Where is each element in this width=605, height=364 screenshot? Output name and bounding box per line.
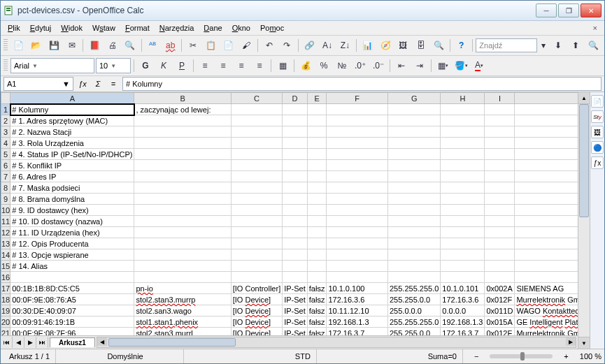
formula-input[interactable]: # Kolumny	[122, 77, 602, 91]
cell[interactable]: [IO Device]	[231, 305, 282, 316]
cell[interactable]: 10.1.0.100	[327, 283, 388, 294]
cell[interactable]: 192.168.1.3	[441, 316, 485, 328]
cell[interactable]	[485, 149, 515, 160]
cell[interactable]: 00:1B:1B:8D:C5:C5	[10, 283, 134, 294]
cell[interactable]	[134, 182, 231, 194]
add-decimal-button[interactable]: .0⁺	[352, 57, 369, 74]
cell[interactable]: pn-io	[134, 283, 231, 294]
cell[interactable]	[327, 149, 388, 160]
undo-button[interactable]: ↶	[261, 37, 277, 54]
cell[interactable]	[307, 261, 327, 272]
cell[interactable]	[231, 272, 282, 283]
cell[interactable]: 192.168.1.3	[327, 316, 388, 328]
cell[interactable]: [IO Device]	[231, 328, 282, 336]
close-button[interactable]: ✕	[581, 3, 602, 17]
cell[interactable]: [IO Device]	[231, 316, 282, 328]
cell[interactable]	[515, 182, 578, 194]
menu-edytuj[interactable]: Edytuj	[26, 22, 56, 34]
cell[interactable]	[515, 249, 578, 261]
cell[interactable]	[515, 261, 578, 272]
cell[interactable]	[327, 138, 388, 149]
cell[interactable]	[283, 227, 308, 238]
cell[interactable]	[327, 104, 388, 115]
find-all-button[interactable]: 🔍	[585, 37, 602, 54]
cell[interactable]	[485, 261, 515, 272]
align-center-button[interactable]: ≡	[215, 57, 232, 74]
row-header[interactable]: 14	[1, 249, 10, 261]
row-header[interactable]: 16	[1, 272, 10, 283]
cell[interactable]	[231, 104, 282, 115]
cell[interactable]	[307, 138, 327, 149]
cell[interactable]	[231, 238, 282, 249]
cell[interactable]	[231, 126, 282, 138]
cell[interactable]	[134, 138, 231, 149]
cell[interactable]	[441, 194, 485, 205]
cell[interactable]	[485, 138, 515, 149]
cell[interactable]: IP-Set	[283, 305, 308, 316]
cell[interactable]	[231, 182, 282, 194]
decrease-indent-button[interactable]: ⇤	[393, 57, 410, 74]
column-header-H[interactable]: H	[441, 93, 485, 104]
sidebar-functions-icon[interactable]: ƒx	[591, 156, 604, 169]
cell[interactable]: # 9. ID dostawcy (hex)	[10, 205, 134, 216]
zoom-out-button[interactable]: −	[474, 352, 478, 361]
cell[interactable]	[134, 205, 231, 216]
row-header[interactable]: 19	[1, 305, 10, 316]
column-header-C[interactable]: C	[231, 93, 282, 104]
cell[interactable]	[327, 249, 388, 261]
cell[interactable]: 172.16.3.7	[327, 328, 388, 336]
cell[interactable]	[485, 227, 515, 238]
cell[interactable]	[307, 149, 327, 160]
cell[interactable]: fałsz	[307, 328, 327, 336]
cell[interactable]	[441, 138, 485, 149]
row-header[interactable]: 1	[1, 104, 10, 115]
cell[interactable]: # 6. Adres IP	[10, 171, 134, 182]
cut-button[interactable]: ✂	[185, 37, 201, 54]
cell[interactable]	[307, 126, 327, 138]
cell[interactable]	[231, 205, 282, 216]
cell[interactable]: 10.11.12.10	[327, 305, 388, 316]
cell[interactable]	[231, 261, 282, 272]
cell[interactable]	[283, 171, 308, 182]
row-header[interactable]: 2	[1, 115, 10, 126]
cell[interactable]	[485, 238, 515, 249]
status-mode[interactable]: STD	[290, 349, 317, 363]
cell[interactable]	[327, 227, 388, 238]
column-header-D[interactable]: D	[283, 93, 308, 104]
cell[interactable]	[283, 272, 308, 283]
cell[interactable]	[515, 272, 578, 283]
row-header[interactable]: 13	[1, 238, 10, 249]
cell[interactable]	[134, 160, 231, 171]
menu-dane[interactable]: Dane	[199, 22, 226, 34]
cell[interactable]: 255.255.255.0	[388, 316, 441, 328]
cell[interactable]	[283, 249, 308, 261]
cell[interactable]	[515, 171, 578, 182]
cell[interactable]	[134, 149, 231, 160]
toolbar-grip[interactable]	[3, 39, 8, 52]
cell[interactable]	[388, 227, 441, 238]
tab-next-button[interactable]: ▶	[24, 337, 36, 348]
cell[interactable]	[327, 272, 388, 283]
cell[interactable]	[388, 182, 441, 194]
cell[interactable]: # 10. ID dostawcy (nazwa)	[10, 216, 134, 227]
row-header[interactable]: 20	[1, 316, 10, 328]
cell[interactable]	[515, 149, 578, 160]
cell[interactable]	[388, 261, 441, 272]
print-button[interactable]: 🖨	[104, 37, 120, 54]
tab-prev-button[interactable]: ◀	[13, 337, 24, 348]
align-right-button[interactable]: ≡	[233, 57, 250, 74]
row-header[interactable]: 10	[1, 205, 10, 216]
column-header-G[interactable]: G	[388, 93, 441, 104]
cell[interactable]: 0.0.0.0	[441, 305, 485, 316]
cell[interactable]	[485, 194, 515, 205]
cell[interactable]	[134, 227, 231, 238]
cell[interactable]: 00:0F:9E:08:7F:96	[10, 328, 134, 336]
cell[interactable]	[327, 171, 388, 182]
cell[interactable]: GE Intelligent Platforms	[515, 316, 578, 328]
cell[interactable]	[307, 182, 327, 194]
cell[interactable]	[485, 104, 515, 115]
cell[interactable]: 255.0.0.0	[388, 305, 441, 316]
navigator-button[interactable]: 🧭	[377, 37, 393, 54]
cell[interactable]	[441, 238, 485, 249]
cell[interactable]	[283, 261, 308, 272]
